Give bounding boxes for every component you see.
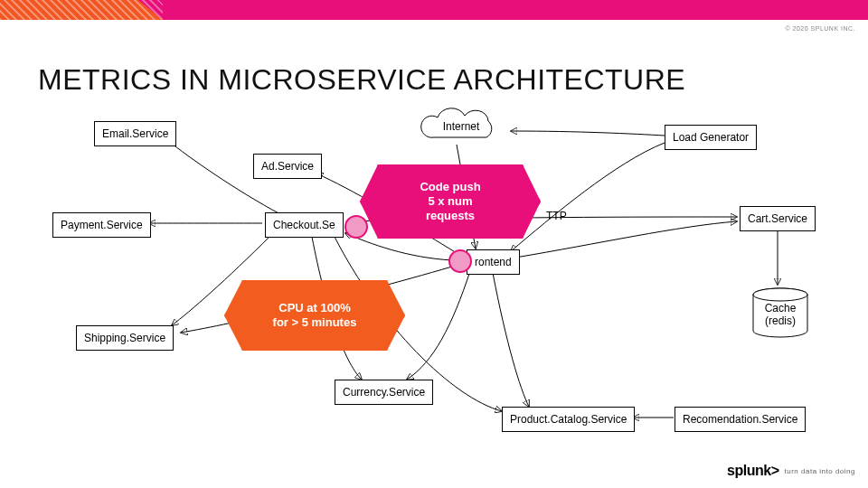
- brand-logo: splunk>: [727, 463, 778, 479]
- edge-frontend-cart: [515, 221, 737, 258]
- callout-code-push: Code push 5 x num requests: [360, 164, 541, 239]
- brand-name: splunk: [727, 463, 771, 478]
- callout-cpu-text: CPU at 100% for > 5 minutes: [260, 301, 370, 331]
- callout-code-push-text: Code push 5 x num requests: [407, 180, 493, 224]
- node-ad-service: Ad.Service: [253, 154, 322, 179]
- edges-layer: [0, 108, 868, 452]
- node-frontend: rontend: [467, 249, 520, 275]
- edge-loadgen-internet: [511, 131, 665, 136]
- label-http: TTP: [546, 210, 567, 222]
- node-product-catalog: Product.Catalog.Service: [502, 407, 635, 432]
- callout-cpu: CPU at 100% for > 5 minutes: [224, 280, 405, 351]
- node-internet: Internet: [418, 110, 505, 146]
- node-load-generator: Load Generator: [665, 125, 757, 150]
- brand-tagline: turn data into doing: [785, 467, 856, 475]
- edge-frontend-currency: [407, 271, 470, 380]
- node-payment-service: Payment.Service: [52, 212, 151, 238]
- brand-gt: >: [771, 463, 779, 478]
- edge-frontend-catalog: [493, 273, 529, 407]
- marker-dot-frontend: [448, 249, 472, 273]
- page-title: METRICS IN MICROSERVICE ARCHITECTURE: [38, 63, 685, 97]
- brand-footer: splunk> turn data into doing: [727, 463, 855, 479]
- svg-point-1: [753, 288, 807, 301]
- top-accent-bar: [0, 0, 868, 20]
- node-email-service: Email.Service: [94, 121, 176, 146]
- node-cart-service: Cart.Service: [740, 206, 816, 231]
- copyright-text: © 2020 SPLUNK INC.: [785, 25, 855, 32]
- node-recommendation: Recomendation.Service: [675, 407, 806, 432]
- node-cache: Cache (redis): [749, 287, 812, 336]
- label-cache: Cache (redis): [749, 302, 812, 327]
- marker-dot-checkout: [344, 215, 368, 239]
- node-shipping-service: Shipping.Service: [76, 325, 174, 351]
- diagram-canvas: Email.Service Ad.Service Payment.Service…: [0, 108, 868, 452]
- node-checkout-service: Checkout.Se: [265, 212, 344, 238]
- node-currency-service: Currency.Service: [335, 380, 433, 405]
- label-internet: Internet: [418, 120, 505, 133]
